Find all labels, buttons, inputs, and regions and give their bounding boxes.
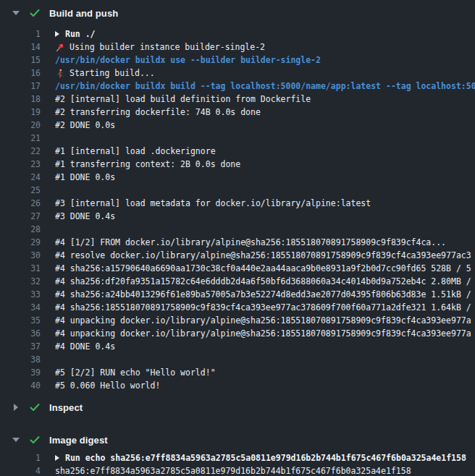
log-text: #3 [internal] load metadata for docker.i… xyxy=(55,197,371,210)
log-text: Using builder instance builder-single-2 xyxy=(55,41,265,54)
log-text: sha256:e7ff8834a5963a2785c5a0811e979d16b… xyxy=(55,464,411,476)
line-number[interactable]: 39 xyxy=(0,366,41,379)
log-block-build-and-push: 1Run ./14Using builder instance builder-… xyxy=(0,27,475,392)
line-number[interactable]: 1 xyxy=(0,451,41,464)
log-line: 19#2 transferring dockerfile: 74B 0.0s d… xyxy=(0,106,475,119)
log-line: 18#2 [internal] load build definition fr… xyxy=(0,93,475,106)
line-number[interactable]: 30 xyxy=(0,249,41,262)
log-text: #4 sha256:df20fa9351a15782c64e6dddb2d4a6… xyxy=(55,275,471,288)
log-line: 20#2 DONE 0.0s xyxy=(0,119,475,132)
log-line: 37#4 DONE 0.4s xyxy=(0,340,475,353)
log-line: 21 xyxy=(0,132,475,145)
line-number[interactable]: 23 xyxy=(0,158,41,171)
line-number[interactable]: 18 xyxy=(0,93,41,106)
log-text: #4 DONE 0.4s xyxy=(55,340,115,353)
line-number[interactable]: 34 xyxy=(0,301,41,314)
section-title: Build and push xyxy=(49,8,118,19)
line-number[interactable]: 24 xyxy=(0,171,41,184)
log-line: 33#4 sha256:a24bb4013296f61e89ba57005a7b… xyxy=(0,288,475,301)
section-header-inspect[interactable]: Inspect xyxy=(0,394,475,421)
log-text: #4 unpacking docker.io/library/alpine@sh… xyxy=(55,314,471,327)
line-number[interactable]: 17 xyxy=(0,80,41,93)
log-line: 32#4 sha256:df20fa9351a15782c64e6dddb2d4… xyxy=(0,275,475,288)
log-line: 24#1 DONE 0.0s xyxy=(0,171,475,184)
line-number[interactable]: 26 xyxy=(0,197,41,210)
log-text: #4 unpacking docker.io/library/alpine@sh… xyxy=(55,327,471,340)
log-block-image-digest: 1Run echo sha256:e7ff8834a5963a2785c5a08… xyxy=(0,451,475,476)
log-line: 30#4 resolve docker.io/library/alpine@sh… xyxy=(0,249,475,262)
line-number[interactable]: 22 xyxy=(0,145,41,158)
line-number[interactable]: 32 xyxy=(0,275,41,288)
section-header-build-and-push[interactable]: Build and push xyxy=(0,0,475,26)
log-text: #1 transferring context: 2B 0.0s done xyxy=(55,158,240,171)
runner-icon xyxy=(55,69,64,78)
line-number[interactable]: 40 xyxy=(0,379,41,392)
pushpin-icon xyxy=(55,43,64,52)
log-text: #4 sha256:a24bb4013296f61e89ba57005a7b3e… xyxy=(55,288,471,301)
line-number[interactable]: 36 xyxy=(0,327,41,340)
log-line: 15/usr/bin/docker buildx use --builder b… xyxy=(0,54,475,67)
log-text: #4 sha256:185518070891758909c9f839cf4ca3… xyxy=(55,301,471,314)
log-text: Run echo sha256:e7ff8834a5963a2785c5a081… xyxy=(55,451,466,464)
workflow-log-viewer: Build and push 1Run ./14Using builder in… xyxy=(0,0,475,476)
log-text: #1 [internal] load .dockerignore xyxy=(55,145,216,158)
log-text: #4 sha256:a15790640a6690aa1730c38cf0a440… xyxy=(55,262,471,275)
line-number[interactable]: 28 xyxy=(0,223,41,236)
log-line: 16Starting build... xyxy=(0,67,475,80)
log-line: 22#1 [internal] load .dockerignore xyxy=(0,145,475,158)
log-text: #2 [internal] load build definition from… xyxy=(55,93,311,106)
chevron-down-icon[interactable] xyxy=(12,438,20,442)
chevron-down-icon[interactable] xyxy=(12,11,20,15)
log-line: 23#1 transferring context: 2B 0.0s done xyxy=(0,158,475,171)
log-text: #1 DONE 0.0s xyxy=(55,171,115,184)
line-number[interactable]: 33 xyxy=(0,288,41,301)
log-text: #2 transferring dockerfile: 74B 0.0s don… xyxy=(55,106,261,119)
success-check-icon xyxy=(29,401,41,413)
log-text: #3 DONE 0.4s xyxy=(55,210,115,223)
log-line: 35#4 unpacking docker.io/library/alpine@… xyxy=(0,314,475,327)
chevron-right-icon[interactable] xyxy=(14,404,18,411)
section-header-image-digest[interactable]: Image digest xyxy=(0,428,475,451)
line-number[interactable]: 15 xyxy=(0,54,41,67)
line-number[interactable]: 38 xyxy=(0,353,41,366)
line-number[interactable]: 31 xyxy=(0,262,41,275)
success-check-icon xyxy=(29,434,41,446)
log-text: Starting build... xyxy=(55,67,155,80)
expand-run-icon[interactable] xyxy=(55,31,59,37)
line-number[interactable]: 35 xyxy=(0,314,41,327)
log-text: #4 [1/2] FROM docker.io/library/alpine@s… xyxy=(55,236,446,249)
line-number[interactable]: 29 xyxy=(0,236,41,249)
log-line: 40#5 0.060 Hello world! xyxy=(0,379,475,392)
line-number[interactable]: 16 xyxy=(0,67,41,80)
section-title: Image digest xyxy=(49,435,108,446)
log-line: 14Using builder instance builder-single-… xyxy=(0,41,475,54)
log-line: 25 xyxy=(0,184,475,197)
line-number[interactable]: 21 xyxy=(0,132,41,145)
log-line: 1Run ./ xyxy=(0,27,475,41)
log-line: 26#3 [internal] load metadata for docker… xyxy=(0,197,475,210)
line-number[interactable]: 20 xyxy=(0,119,41,132)
log-line: 1Run echo sha256:e7ff8834a5963a2785c5a08… xyxy=(0,451,475,464)
section-title: Inspect xyxy=(49,402,83,413)
log-line: 39#5 [2/2] RUN echo "Hello world!" xyxy=(0,366,475,379)
log-line: 27#3 DONE 0.4s xyxy=(0,210,475,223)
line-number[interactable]: 25 xyxy=(0,184,41,197)
log-text: #5 [2/2] RUN echo "Hello world!" xyxy=(55,366,216,379)
success-check-icon xyxy=(29,7,41,19)
line-number[interactable]: 4 xyxy=(0,464,41,476)
log-line: 34#4 sha256:185518070891758909c9f839cf4c… xyxy=(0,301,475,314)
log-line: 4sha256:e7ff8834a5963a2785c5a0811e979d16… xyxy=(0,464,475,476)
line-number[interactable]: 14 xyxy=(0,41,41,54)
line-number[interactable]: 27 xyxy=(0,210,41,223)
log-line: 29#4 [1/2] FROM docker.io/library/alpine… xyxy=(0,236,475,249)
log-text: /usr/bin/docker buildx build --tag local… xyxy=(55,80,475,93)
log-text: #5 0.060 Hello world! xyxy=(55,379,160,392)
log-line: 31#4 sha256:a15790640a6690aa1730c38cf0a4… xyxy=(0,262,475,275)
line-number[interactable]: 37 xyxy=(0,340,41,353)
log-text: #2 DONE 0.0s xyxy=(55,119,115,132)
expand-run-icon[interactable] xyxy=(55,455,59,461)
line-number[interactable]: 19 xyxy=(0,106,41,119)
log-line: 38 xyxy=(0,353,475,366)
line-number[interactable]: 1 xyxy=(0,27,41,41)
log-line: 28 xyxy=(0,223,475,236)
